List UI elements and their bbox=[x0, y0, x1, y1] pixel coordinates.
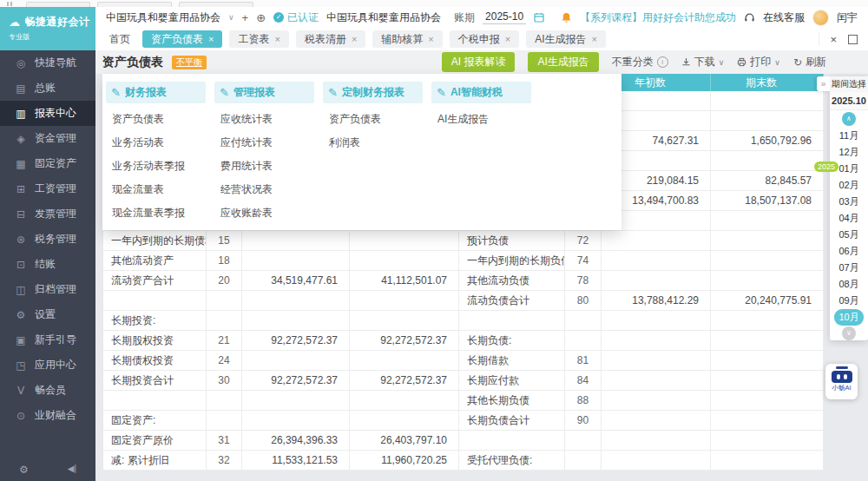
user-avatar[interactable] bbox=[812, 10, 829, 26]
sidebar-footer: ⚙ ◀| bbox=[0, 464, 95, 476]
bell-icon[interactable] bbox=[561, 12, 572, 23]
username[interactable]: 闰宇 bbox=[837, 10, 858, 25]
menu-item[interactable]: 费用统计表 bbox=[220, 155, 314, 178]
tab-aux-accounting[interactable]: 辅助核算× bbox=[372, 30, 442, 48]
liability-name-cell bbox=[459, 431, 565, 451]
sidebar-item-integration[interactable]: ⊙业财融合 bbox=[0, 403, 95, 428]
asset-name-cell: 一年内到期的长期债权投资 bbox=[103, 231, 207, 251]
unbalanced-badge[interactable]: 不平衡 bbox=[172, 56, 207, 69]
menu-item[interactable]: 应付统计表 bbox=[220, 131, 314, 155]
close-icon[interactable]: × bbox=[208, 30, 214, 48]
month-option[interactable]: 12月 bbox=[834, 144, 864, 161]
month-option[interactable]: 08月 bbox=[834, 276, 864, 293]
tab-tax-filing[interactable]: 个税申报× bbox=[450, 30, 519, 48]
month-option[interactable]: 10月 bbox=[834, 309, 864, 326]
close-icon[interactable]: × bbox=[830, 33, 837, 46]
month-option[interactable]: 04月 bbox=[834, 210, 864, 227]
menu-item[interactable]: 经营状况表 bbox=[220, 178, 314, 201]
promo-link[interactable]: 【系列课程】用好好会计助您成功 bbox=[580, 10, 736, 25]
menu-item[interactable]: 资产负债表 bbox=[329, 108, 423, 131]
sidebar-collapse-icon[interactable]: ◀| bbox=[68, 464, 76, 476]
support-link[interactable]: 在线客服 bbox=[763, 10, 805, 25]
calendar-icon[interactable] bbox=[534, 12, 544, 23]
asset-initial-cell: 92,272,572.37 bbox=[242, 371, 350, 391]
asset-name-cell: 固定资产: bbox=[103, 411, 207, 431]
sidebar-item-payroll[interactable]: ⊞工资管理 bbox=[0, 176, 95, 201]
sidebar-item-closing[interactable]: ⊡结账 bbox=[0, 252, 95, 277]
sidebar-item-app-center[interactable]: ◳应用中心 bbox=[0, 353, 95, 378]
period-value[interactable]: 2025-10 bbox=[483, 10, 526, 24]
refresh-button[interactable]: ↻ 刷新 bbox=[793, 55, 826, 69]
sidebar-item-member[interactable]: Ⅴ畅会员 bbox=[0, 378, 95, 403]
report-toolbar: 资产负债表 不平衡 AI 报表解读 AI生成报告 不重分类 i 下载 ∨ 打印 … bbox=[95, 50, 868, 74]
sidebar-item-guide[interactable]: ▣新手引导 bbox=[0, 327, 95, 353]
liability-ending-cell bbox=[711, 271, 824, 291]
tab-tax-register[interactable]: 税表清册× bbox=[296, 30, 365, 48]
menu-item[interactable]: AI生成报告 bbox=[437, 108, 531, 131]
month-option[interactable]: 11月 bbox=[834, 128, 864, 144]
menu-item-list: 应收统计表应付统计表费用统计表经营状况表应收账龄表 bbox=[214, 103, 314, 225]
print-button[interactable]: 打印 ∨ bbox=[737, 55, 780, 69]
menu-item[interactable]: 现金流量表季报 bbox=[112, 201, 206, 225]
month-option[interactable]: 01月 bbox=[834, 161, 864, 177]
sidebar-item-funds[interactable]: ◈资金管理 bbox=[0, 126, 95, 151]
sidebar-item-label: 税务管理 bbox=[35, 232, 76, 247]
fullscreen-icon[interactable] bbox=[848, 35, 858, 44]
sidebar-item-archive[interactable]: ◫归档管理 bbox=[0, 277, 95, 302]
liability-name-cell bbox=[459, 311, 565, 331]
menu-item[interactable]: 业务活动表 bbox=[112, 131, 206, 155]
asset-line-cell bbox=[207, 391, 242, 411]
close-icon[interactable]: × bbox=[274, 30, 279, 48]
close-icon[interactable]: × bbox=[428, 30, 433, 48]
gear-icon[interactable]: ⚙ bbox=[19, 464, 29, 476]
asset-initial-cell bbox=[242, 231, 350, 251]
sidebar-item-quick-nav[interactable]: ◎快捷导航 bbox=[0, 50, 95, 76]
month-option[interactable]: 06月 bbox=[834, 243, 864, 260]
sidebar-item-settings[interactable]: ⚙设置 bbox=[0, 302, 95, 327]
ai-explain-button[interactable]: AI 报表解读 bbox=[442, 52, 516, 72]
add-company-icon[interactable]: + bbox=[242, 11, 249, 24]
month-option[interactable]: 07月 bbox=[834, 260, 864, 276]
chevron-down-icon: ∨ bbox=[774, 58, 780, 67]
scroll-down-icon[interactable]: ∨ bbox=[842, 326, 856, 340]
company-selector[interactable]: 中国玩具和婴童用品协会 bbox=[106, 10, 220, 25]
close-icon[interactable]: × bbox=[592, 30, 597, 48]
tab-payroll[interactable]: 工资表× bbox=[229, 30, 288, 48]
sidebar-item-general-ledger[interactable]: ▤总账 bbox=[0, 76, 95, 101]
close-icon[interactable]: × bbox=[505, 30, 510, 48]
asset-ending-cell bbox=[350, 251, 459, 271]
ai-generate-report-button[interactable]: AI生成报告 bbox=[528, 52, 598, 72]
sidebar-item-tax[interactable]: ⊛税务管理 bbox=[0, 227, 95, 252]
sidebar-item-invoice[interactable]: ⊟发票管理 bbox=[0, 201, 95, 227]
menu-item[interactable]: 应收账龄表 bbox=[220, 201, 314, 225]
asset-ending-cell bbox=[350, 231, 459, 251]
sidebar-item-fixed-assets[interactable]: ▦固定资产 bbox=[0, 151, 95, 176]
menu-item[interactable]: 现金流量表 bbox=[112, 178, 206, 201]
tab-balance-sheet[interactable]: 资产负债表× bbox=[142, 30, 222, 48]
panel-collapse-button[interactable]: » bbox=[817, 76, 830, 91]
month-option[interactable]: 09月 bbox=[834, 293, 864, 309]
tab-home[interactable]: 首页 bbox=[104, 30, 135, 48]
asset-initial-cell: 34,519,477.61 bbox=[242, 271, 350, 291]
month-option[interactable]: 02月 bbox=[834, 177, 864, 194]
asset-ending-cell: 41,112,501.07 bbox=[350, 271, 459, 291]
menu-item[interactable]: 业务活动表季报 bbox=[112, 155, 206, 178]
download-button[interactable]: 下载 ∨ bbox=[681, 55, 725, 69]
sidebar-item-report-center[interactable]: ▥报表中心 bbox=[0, 101, 95, 126]
column-header: 期末数 bbox=[711, 74, 824, 91]
scroll-up-icon[interactable]: ∧ bbox=[842, 112, 856, 126]
asset-name-cell: 长期投资: bbox=[103, 311, 207, 331]
ai-assistant-button[interactable]: 小畅AI bbox=[825, 364, 858, 399]
menu-item[interactable]: 应收统计表 bbox=[220, 108, 314, 131]
close-icon[interactable]: × bbox=[352, 30, 357, 48]
liability-name-cell: 长期负债: bbox=[459, 331, 565, 351]
month-option[interactable]: 05月 bbox=[834, 227, 864, 243]
menu-item[interactable]: 资产负债表 bbox=[112, 108, 206, 131]
period-panel-title: 期间选择 bbox=[830, 76, 868, 92]
chevron-down-icon[interactable]: ∨ bbox=[228, 13, 234, 22]
month-option[interactable]: 03月 bbox=[834, 194, 864, 210]
no-reclass-option[interactable]: 不重分类 i bbox=[612, 55, 668, 69]
target-icon[interactable]: ⊕ bbox=[256, 11, 266, 24]
menu-item[interactable]: 利润表 bbox=[329, 131, 423, 155]
tab-ai-report[interactable]: AI生成报告× bbox=[526, 30, 606, 48]
